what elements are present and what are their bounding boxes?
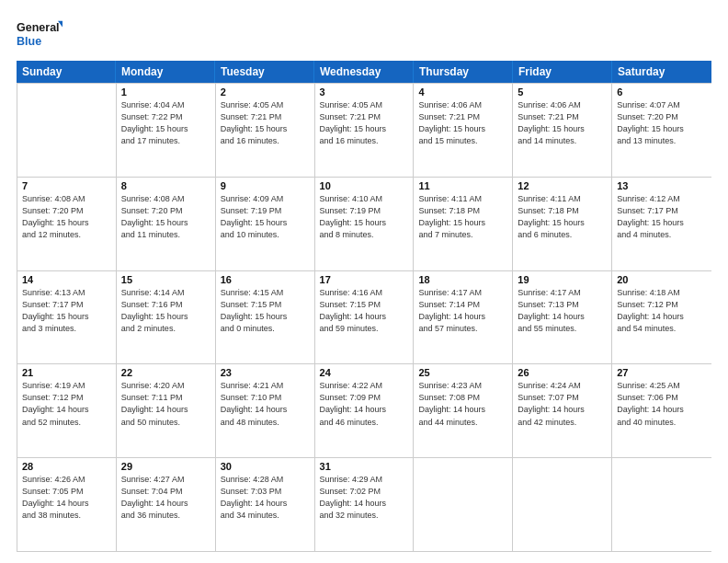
- day-number: 31: [320, 461, 409, 472]
- day-cell-25: 25Sunrise: 4:23 AMSunset: 7:08 PMDayligh…: [414, 364, 513, 457]
- day-number: 1: [121, 86, 210, 98]
- logo: General Blue: [17, 17, 63, 52]
- day-number: 26: [518, 367, 607, 378]
- calendar-row-4: 21Sunrise: 4:19 AMSunset: 7:12 PMDayligh…: [17, 363, 711, 457]
- day-info: Sunrise: 4:25 AMSunset: 7:06 PMDaylight:…: [617, 380, 707, 428]
- day-cell-13: 13Sunrise: 4:12 AMSunset: 7:17 PMDayligh…: [612, 178, 711, 270]
- day-info: Sunrise: 4:06 AMSunset: 7:21 PMDaylight:…: [518, 99, 607, 147]
- svg-text:Blue: Blue: [17, 35, 41, 48]
- day-info: Sunrise: 4:21 AMSunset: 7:10 PMDaylight:…: [221, 380, 310, 428]
- header-day-monday: Monday: [116, 61, 215, 83]
- day-cell-8: 8Sunrise: 4:08 AMSunset: 7:20 PMDaylight…: [117, 178, 216, 270]
- calendar-row-1: 1Sunrise: 4:04 AMSunset: 7:22 PMDaylight…: [17, 83, 711, 177]
- day-info: Sunrise: 4:05 AMSunset: 7:21 PMDaylight:…: [320, 99, 409, 147]
- day-cell-20: 20Sunrise: 4:18 AMSunset: 7:12 PMDayligh…: [612, 271, 711, 364]
- day-cell-11: 11Sunrise: 4:11 AMSunset: 7:18 PMDayligh…: [414, 178, 513, 270]
- day-number: 4: [418, 86, 507, 98]
- day-cell-10: 10Sunrise: 4:10 AMSunset: 7:19 PMDayligh…: [315, 178, 415, 270]
- day-info: Sunrise: 4:13 AMSunset: 7:17 PMDaylight:…: [22, 287, 111, 335]
- empty-cell: [414, 458, 513, 551]
- day-cell-5: 5Sunrise: 4:06 AMSunset: 7:21 PMDaylight…: [513, 84, 612, 177]
- day-cell-14: 14Sunrise: 4:13 AMSunset: 7:17 PMDayligh…: [17, 271, 117, 364]
- day-number: 30: [221, 461, 310, 472]
- day-cell-4: 4Sunrise: 4:06 AMSunset: 7:21 PMDaylight…: [414, 84, 513, 177]
- day-info: Sunrise: 4:08 AMSunset: 7:20 PMDaylight:…: [121, 193, 210, 241]
- calendar-row-5: 28Sunrise: 4:26 AMSunset: 7:05 PMDayligh…: [17, 457, 711, 551]
- day-number: 20: [617, 274, 707, 285]
- header-day-thursday: Thursday: [414, 61, 513, 83]
- day-cell-24: 24Sunrise: 4:22 AMSunset: 7:09 PMDayligh…: [315, 364, 415, 457]
- day-number: 7: [22, 180, 111, 191]
- day-number: 25: [418, 367, 507, 378]
- day-number: 15: [121, 274, 210, 285]
- day-info: Sunrise: 4:04 AMSunset: 7:22 PMDaylight:…: [121, 99, 210, 147]
- day-number: 13: [617, 180, 707, 191]
- day-number: 22: [121, 367, 210, 378]
- empty-cell: [612, 458, 711, 551]
- day-cell-16: 16Sunrise: 4:15 AMSunset: 7:15 PMDayligh…: [216, 271, 315, 364]
- day-number: 14: [22, 274, 111, 285]
- day-number: 17: [320, 274, 409, 285]
- day-cell-29: 29Sunrise: 4:27 AMSunset: 7:04 PMDayligh…: [117, 458, 216, 551]
- day-number: 2: [221, 86, 310, 98]
- day-cell-23: 23Sunrise: 4:21 AMSunset: 7:10 PMDayligh…: [216, 364, 315, 457]
- day-info: Sunrise: 4:29 AMSunset: 7:02 PMDaylight:…: [320, 474, 409, 522]
- day-number: 27: [617, 367, 707, 378]
- day-number: 16: [221, 274, 310, 285]
- day-info: Sunrise: 4:28 AMSunset: 7:03 PMDaylight:…: [221, 474, 310, 522]
- day-info: Sunrise: 4:16 AMSunset: 7:15 PMDaylight:…: [320, 287, 409, 335]
- logo-svg: General Blue: [17, 17, 63, 52]
- day-cell-3: 3Sunrise: 4:05 AMSunset: 7:21 PMDaylight…: [315, 84, 415, 177]
- day-number: 8: [121, 180, 210, 191]
- day-cell-22: 22Sunrise: 4:20 AMSunset: 7:11 PMDayligh…: [117, 364, 216, 457]
- day-cell-15: 15Sunrise: 4:14 AMSunset: 7:16 PMDayligh…: [117, 271, 216, 364]
- day-cell-7: 7Sunrise: 4:08 AMSunset: 7:20 PMDaylight…: [17, 178, 117, 270]
- day-info: Sunrise: 4:23 AMSunset: 7:08 PMDaylight:…: [418, 380, 507, 428]
- day-cell-31: 31Sunrise: 4:29 AMSunset: 7:02 PMDayligh…: [315, 458, 415, 551]
- day-info: Sunrise: 4:17 AMSunset: 7:13 PMDaylight:…: [518, 287, 607, 335]
- day-cell-21: 21Sunrise: 4:19 AMSunset: 7:12 PMDayligh…: [17, 364, 117, 457]
- calendar-header: SundayMondayTuesdayWednesdayThursdayFrid…: [17, 61, 711, 83]
- day-info: Sunrise: 4:09 AMSunset: 7:19 PMDaylight:…: [221, 193, 310, 241]
- day-number: 12: [518, 180, 607, 191]
- day-cell-26: 26Sunrise: 4:24 AMSunset: 7:07 PMDayligh…: [513, 364, 612, 457]
- day-cell-6: 6Sunrise: 4:07 AMSunset: 7:20 PMDaylight…: [612, 84, 711, 177]
- page: General Blue SundayMondayTuesdayWednesda…: [0, 0, 728, 563]
- day-cell-2: 2Sunrise: 4:05 AMSunset: 7:21 PMDaylight…: [216, 84, 315, 177]
- day-cell-17: 17Sunrise: 4:16 AMSunset: 7:15 PMDayligh…: [315, 271, 415, 364]
- day-number: 3: [320, 86, 409, 98]
- day-number: 11: [418, 180, 507, 191]
- day-info: Sunrise: 4:10 AMSunset: 7:19 PMDaylight:…: [320, 193, 409, 241]
- day-cell-1: 1Sunrise: 4:04 AMSunset: 7:22 PMDaylight…: [117, 84, 216, 177]
- day-number: 6: [617, 86, 707, 98]
- header-day-tuesday: Tuesday: [215, 61, 314, 83]
- day-info: Sunrise: 4:24 AMSunset: 7:07 PMDaylight:…: [518, 380, 607, 428]
- day-cell-18: 18Sunrise: 4:17 AMSunset: 7:14 PMDayligh…: [414, 271, 513, 364]
- day-info: Sunrise: 4:14 AMSunset: 7:16 PMDaylight:…: [121, 287, 210, 335]
- header-day-wednesday: Wednesday: [314, 61, 414, 83]
- day-number: 21: [22, 367, 111, 378]
- day-info: Sunrise: 4:06 AMSunset: 7:21 PMDaylight:…: [418, 99, 507, 147]
- day-info: Sunrise: 4:11 AMSunset: 7:18 PMDaylight:…: [518, 193, 607, 241]
- day-info: Sunrise: 4:07 AMSunset: 7:20 PMDaylight:…: [617, 99, 707, 147]
- day-number: 28: [22, 461, 111, 472]
- calendar-row-2: 7Sunrise: 4:08 AMSunset: 7:20 PMDaylight…: [17, 177, 711, 270]
- day-info: Sunrise: 4:22 AMSunset: 7:09 PMDaylight:…: [320, 380, 409, 428]
- day-cell-19: 19Sunrise: 4:17 AMSunset: 7:13 PMDayligh…: [513, 271, 612, 364]
- day-info: Sunrise: 4:05 AMSunset: 7:21 PMDaylight:…: [221, 99, 310, 147]
- day-info: Sunrise: 4:11 AMSunset: 7:18 PMDaylight:…: [418, 193, 507, 241]
- day-number: 9: [221, 180, 310, 191]
- day-cell-30: 30Sunrise: 4:28 AMSunset: 7:03 PMDayligh…: [216, 458, 315, 551]
- day-cell-27: 27Sunrise: 4:25 AMSunset: 7:06 PMDayligh…: [612, 364, 711, 457]
- calendar: SundayMondayTuesdayWednesdayThursdayFrid…: [17, 61, 711, 552]
- header-day-saturday: Saturday: [612, 61, 711, 83]
- empty-cell: [17, 84, 117, 177]
- day-info: Sunrise: 4:19 AMSunset: 7:12 PMDaylight:…: [22, 380, 111, 428]
- day-number: 10: [320, 180, 409, 191]
- day-info: Sunrise: 4:27 AMSunset: 7:04 PMDaylight:…: [121, 474, 210, 522]
- header-day-friday: Friday: [513, 61, 612, 83]
- header: General Blue: [17, 17, 711, 52]
- header-day-sunday: Sunday: [17, 61, 116, 83]
- svg-text:General: General: [17, 22, 60, 35]
- day-info: Sunrise: 4:20 AMSunset: 7:11 PMDaylight:…: [121, 380, 210, 428]
